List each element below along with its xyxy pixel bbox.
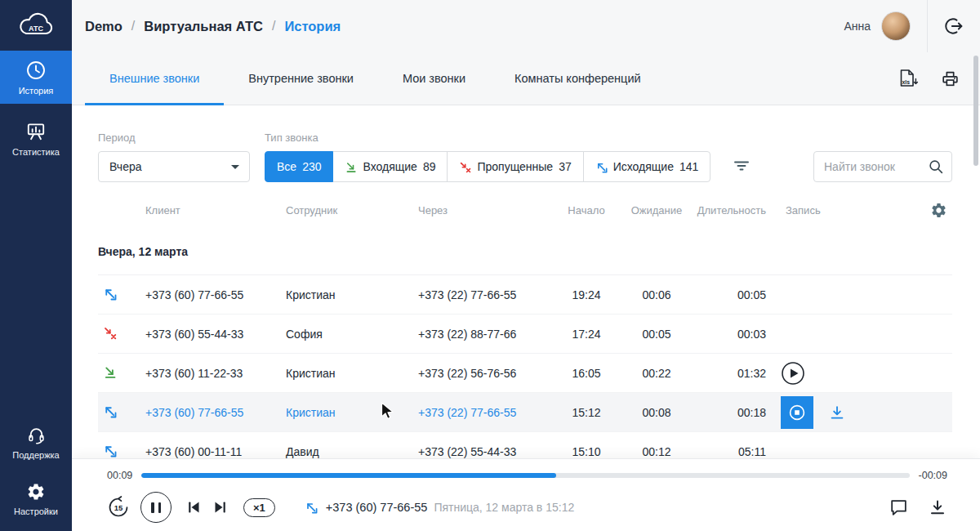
- call-type-missed-button[interactable]: Пропущенные 37: [447, 151, 583, 182]
- call-type-incoming-button[interactable]: Входящие 89: [332, 151, 448, 182]
- pause-button[interactable]: [140, 492, 172, 523]
- sidebar-bottom: Поддержка Настройки: [0, 416, 72, 531]
- tab-my-calls[interactable]: Мои звонки: [378, 52, 490, 105]
- incoming-call-icon: [345, 161, 357, 173]
- player-actions: [889, 498, 947, 518]
- stop-icon: [787, 403, 807, 422]
- app-logo[interactable]: АТС: [0, 0, 72, 51]
- tab-external-calls[interactable]: Внешние звонки: [85, 52, 224, 105]
- breadcrumb-item-demo[interactable]: Demo: [85, 19, 122, 34]
- sidebar-item-statistics[interactable]: Статистика: [0, 112, 72, 165]
- skip-forward-button[interactable]: [211, 498, 230, 517]
- seg-label: Исходящие: [613, 160, 674, 173]
- via-number: +373 (22) 55-44-33: [418, 445, 555, 458]
- duration: 00:18: [696, 406, 781, 419]
- col-record: Запись: [781, 204, 821, 216]
- start-time: 16:05: [555, 367, 617, 380]
- user-area: Анна: [844, 0, 980, 52]
- filter-icon[interactable]: [732, 156, 751, 176]
- pause-icon: [151, 502, 154, 513]
- headset-icon: [26, 425, 47, 445]
- table-settings-gear-icon[interactable]: [930, 202, 947, 219]
- period-select[interactable]: Вчера: [98, 151, 250, 182]
- call-type-segmented: Все 230 Входящие 89: [265, 151, 710, 182]
- period-filter: Период Вчера: [98, 132, 250, 182]
- skip-forward-icon: [211, 498, 230, 517]
- seg-count: 37: [559, 160, 572, 173]
- outgoing-call-icon: [305, 501, 318, 514]
- seg-count: 141: [679, 160, 698, 173]
- start-time: 19:24: [555, 288, 617, 301]
- tab-label: Мои звонки: [403, 72, 466, 85]
- col-duration: Длительность: [696, 204, 781, 216]
- logout-icon: [943, 16, 964, 37]
- client-number: +373 (60) 00-11-11: [145, 445, 286, 458]
- col-client: Клиент: [145, 204, 286, 216]
- seg-label: Все: [277, 160, 296, 173]
- call-type-label: Тип звонка: [265, 132, 710, 145]
- skip-back-button[interactable]: [184, 498, 203, 517]
- vertical-scrollbar[interactable]: [973, 56, 978, 166]
- sidebar: АТС История: [0, 0, 72, 531]
- outgoing-call-icon: [103, 444, 117, 457]
- breadcrumb-item-vpbx[interactable]: Виртуальная АТС: [144, 19, 263, 34]
- cloud-logo-icon: АТС: [16, 11, 56, 39]
- wait-time: 00:22: [617, 367, 696, 380]
- player-progress-track[interactable]: [141, 473, 909, 478]
- player-call-datetime: Пятница, 12 марта в 15:12: [434, 501, 574, 514]
- filters-bar: Период Вчера Тип звонка Все 230: [98, 132, 952, 182]
- playback-speed-button[interactable]: ×1: [243, 498, 275, 517]
- duration: 01:32: [696, 367, 781, 380]
- call-type-outgoing-button[interactable]: Исходящие 141: [583, 151, 711, 182]
- app-root: АТС История: [0, 0, 980, 531]
- seg-count: 89: [423, 160, 436, 173]
- sidebar-nav: История Статистика: [0, 51, 72, 165]
- tab-conference-rooms[interactable]: Комнаты конференций: [490, 52, 666, 105]
- date-group-header: Вчера, 12 марта: [98, 228, 952, 275]
- download-icon[interactable]: [928, 498, 947, 517]
- call-type-all-button[interactable]: Все 230: [265, 151, 333, 182]
- via-number: +373 (22) 88-77-66: [418, 328, 555, 341]
- search-box: [813, 151, 952, 182]
- table-row-4[interactable]: +373 (60) 77-66-55 Кристиан +373 (22) 77…: [98, 393, 952, 432]
- sidebar-item-label: Поддержка: [12, 450, 59, 460]
- chat-icon[interactable]: [889, 498, 909, 518]
- tab-internal-calls[interactable]: Внутренние звонки: [224, 52, 378, 105]
- search-icon[interactable]: [927, 158, 945, 176]
- header: Demo / Виртуальная АТС / История Анна: [72, 0, 980, 52]
- breadcrumb-item-history: История: [284, 19, 341, 34]
- missed-call-icon: [459, 161, 471, 173]
- stop-playback-button[interactable]: [781, 396, 813, 429]
- wait-time: 00:12: [617, 445, 696, 458]
- xls-label: xls: [902, 79, 911, 85]
- rewind-seconds-label: 15: [114, 503, 123, 512]
- col-via: Через: [418, 204, 555, 216]
- rewind-15-icon[interactable]: 15: [107, 496, 130, 519]
- table-row-1[interactable]: +373 (60) 77-66-55 Кристиан +373 (22) 77…: [98, 275, 952, 315]
- audio-player: 00:09 -00:09 15: [72, 459, 980, 531]
- gear-icon: [26, 482, 46, 502]
- printer-icon[interactable]: [940, 69, 960, 89]
- table-row-3[interactable]: +373 (60) 11-22-33 Кристиан +373 (22) 56…: [98, 354, 952, 393]
- play-record-button[interactable]: [781, 361, 805, 386]
- sidebar-item-support[interactable]: Поддержка: [0, 416, 72, 468]
- client-number: +373 (60) 77-66-55: [145, 288, 286, 301]
- col-employee: Сотрудник: [286, 204, 418, 216]
- download-icon: [828, 404, 846, 422]
- avatar[interactable]: [881, 11, 911, 41]
- seg-label: Входящие: [363, 160, 416, 173]
- xls-export-icon[interactable]: xls: [897, 68, 919, 89]
- player-remaining: -00:09: [919, 470, 947, 481]
- download-record-button[interactable]: [828, 404, 846, 422]
- incoming-call-icon: [103, 365, 117, 379]
- player-elapsed: 00:09: [107, 470, 132, 481]
- sidebar-item-settings[interactable]: Настройки: [0, 473, 72, 524]
- employee-name: Давид: [286, 445, 418, 458]
- missed-call-icon: [103, 326, 117, 340]
- period-label: Период: [98, 132, 250, 145]
- sidebar-item-history[interactable]: История: [0, 51, 72, 104]
- logout-button[interactable]: [928, 0, 980, 52]
- player-call-number: +373 (60) 77-66-55: [326, 501, 428, 514]
- table-row-2[interactable]: +373 (60) 55-44-33 София +373 (22) 88-77…: [98, 315, 952, 354]
- wait-time: 00:05: [617, 328, 696, 341]
